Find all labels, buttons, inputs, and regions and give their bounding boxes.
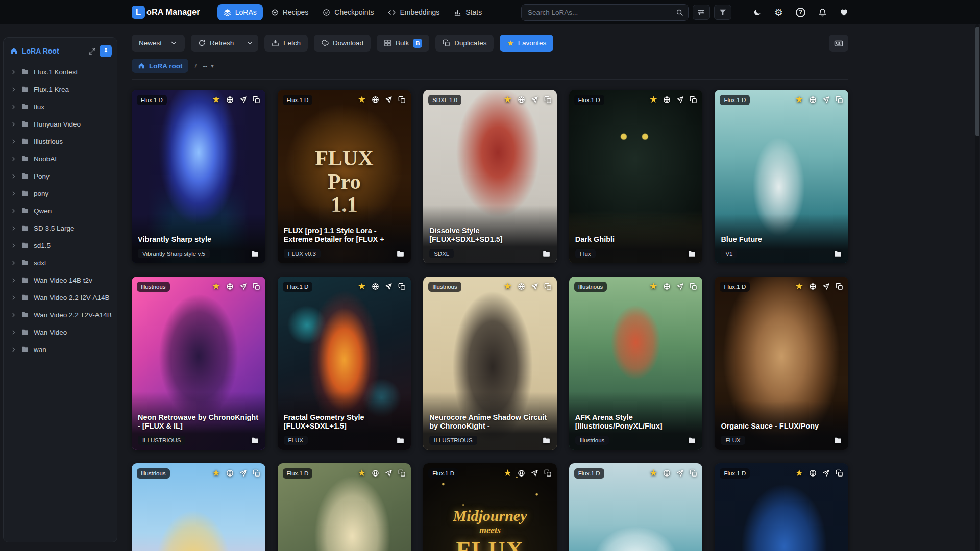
nav-item-checkpoints[interactable]: Checkpoints: [316, 4, 380, 20]
lora-card[interactable]: Flux.1 D ★: [569, 463, 703, 551]
pin-sidebar-button[interactable]: [100, 45, 112, 57]
send-icon[interactable]: [531, 283, 538, 290]
lora-card[interactable]: Illustrious ★: [132, 463, 265, 551]
open-folder-icon[interactable]: [834, 436, 842, 445]
folder-item[interactable]: Qwen: [4, 202, 117, 219]
send-icon[interactable]: [385, 96, 393, 104]
send-icon[interactable]: [676, 469, 684, 477]
send-icon[interactable]: [385, 283, 393, 290]
copy-icon[interactable]: [690, 283, 697, 290]
expand-icon[interactable]: [88, 47, 96, 55]
help-button[interactable]: ?: [796, 8, 805, 17]
lora-card[interactable]: MidjourneymeetsFLUX Flux.1 D ★: [423, 463, 557, 551]
favorite-star-icon[interactable]: ★: [649, 95, 657, 104]
fetch-button[interactable]: Fetch: [264, 35, 308, 52]
duplicates-button[interactable]: Duplicates: [435, 35, 494, 52]
folder-item[interactable]: Flux.1 Krea: [4, 81, 117, 98]
folder-item[interactable]: sd1.5: [4, 237, 117, 254]
sort-select[interactable]: Newest: [132, 35, 185, 52]
lora-card[interactable]: Flux.1 D ★ Organic Sauce - FLUX/Pony FLU…: [715, 277, 848, 450]
send-icon[interactable]: [239, 96, 247, 104]
home-icon[interactable]: [10, 47, 18, 55]
folder-item[interactable]: Illustrious: [4, 133, 117, 150]
open-folder-icon[interactable]: [251, 249, 259, 258]
lora-card[interactable]: Flux.1 D ★: [715, 463, 848, 551]
send-icon[interactable]: [676, 283, 684, 290]
lora-card[interactable]: Flux.1 D ★ Fractal Geometry Style [FLUX+…: [278, 277, 411, 450]
breadcrumb-folder-select[interactable]: -- ▾: [203, 62, 214, 70]
send-icon[interactable]: [822, 96, 830, 104]
search-icon[interactable]: [676, 9, 683, 16]
send-icon[interactable]: [531, 96, 538, 104]
folder-item[interactable]: Hunyuan Video: [4, 115, 117, 133]
copy-icon[interactable]: [690, 469, 697, 477]
folder-item[interactable]: Wan Video 14B t2v: [4, 271, 117, 289]
folder-item[interactable]: Wan Video 2.2 I2V-A14B: [4, 289, 117, 306]
open-folder-icon[interactable]: [396, 249, 405, 258]
lora-card[interactable]: Illustrious ★ AFK Arena Style [Illustrio…: [569, 277, 703, 450]
globe-icon[interactable]: [226, 469, 234, 477]
app-logo[interactable]: L oRA Manager: [132, 6, 200, 19]
download-button[interactable]: Download: [314, 35, 371, 52]
favorite-star-icon[interactable]: ★: [504, 95, 512, 104]
favorite-star-icon[interactable]: ★: [358, 95, 366, 104]
copy-icon[interactable]: [398, 283, 406, 290]
globe-icon[interactable]: [809, 96, 817, 104]
lora-card[interactable]: FLUXPro1.1 Flux.1 D ★ FLUX [pro] 1.1 Sty…: [278, 90, 411, 263]
globe-icon[interactable]: [372, 96, 379, 104]
globe-icon[interactable]: [518, 283, 525, 290]
globe-icon[interactable]: [809, 283, 817, 290]
scrollbar-thumb[interactable]: [975, 27, 979, 136]
lora-card[interactable]: Flux.1 D ★ Blue Future V1: [715, 90, 848, 263]
lora-card[interactable]: Illustrious ★ Neurocore Anime Shadow Cir…: [423, 277, 557, 450]
open-folder-icon[interactable]: [542, 436, 551, 445]
open-folder-icon[interactable]: [834, 249, 842, 258]
favorite-star-icon[interactable]: ★: [795, 282, 803, 291]
copy-icon[interactable]: [253, 283, 260, 290]
favorite-star-icon[interactable]: ★: [212, 95, 220, 104]
globe-icon[interactable]: [663, 469, 671, 477]
globe-icon[interactable]: [372, 469, 379, 477]
folder-item[interactable]: sdxl: [4, 254, 117, 271]
refresh-options-button[interactable]: [241, 35, 258, 52]
search-options-button[interactable]: [693, 5, 710, 20]
folder-item[interactable]: pony: [4, 185, 117, 202]
open-folder-icon[interactable]: [542, 249, 551, 258]
favorites-button[interactable]: ★ Favorites: [500, 35, 553, 52]
folder-item[interactable]: wan: [4, 341, 117, 358]
nav-item-stats[interactable]: Stats: [448, 4, 488, 20]
filter-button[interactable]: [714, 5, 731, 20]
open-folder-icon[interactable]: [688, 436, 696, 445]
copy-icon[interactable]: [544, 96, 552, 104]
lora-card[interactable]: Flux.1 D ★ Vibrantly Sharp style Vibrant…: [132, 90, 265, 263]
globe-icon[interactable]: [518, 96, 525, 104]
favorite-star-icon[interactable]: ★: [212, 468, 220, 478]
send-icon[interactable]: [676, 96, 684, 104]
support-button[interactable]: [840, 8, 848, 17]
favorite-star-icon[interactable]: ★: [504, 282, 512, 291]
search-input[interactable]: [521, 4, 689, 21]
send-icon[interactable]: [822, 283, 830, 290]
send-icon[interactable]: [239, 469, 247, 477]
folder-item[interactable]: NoobAI: [4, 150, 117, 167]
favorite-star-icon[interactable]: ★: [504, 468, 512, 478]
copy-icon[interactable]: [836, 283, 843, 290]
copy-icon[interactable]: [690, 96, 697, 104]
theme-toggle-button[interactable]: [753, 8, 762, 17]
refresh-button[interactable]: Refresh: [191, 35, 241, 52]
send-icon[interactable]: [822, 469, 830, 477]
breadcrumb-root[interactable]: LoRA root: [132, 59, 188, 73]
copy-icon[interactable]: [398, 469, 406, 477]
nav-item-embeddings[interactable]: Embeddings: [382, 4, 446, 20]
copy-icon[interactable]: [544, 469, 552, 477]
open-folder-icon[interactable]: [396, 436, 405, 445]
send-icon[interactable]: [385, 469, 393, 477]
lora-card[interactable]: Illustrious ★ Neon Retrowave by ChronoKn…: [132, 277, 265, 450]
copy-icon[interactable]: [836, 96, 843, 104]
folder-item[interactable]: Pony: [4, 167, 117, 185]
lora-card[interactable]: Flux.1 D ★ Dark Ghibli Flux: [569, 90, 703, 263]
favorite-star-icon[interactable]: ★: [649, 282, 657, 291]
open-folder-icon[interactable]: [251, 436, 259, 445]
lora-card[interactable]: SDXL 1.0 ★ Dissolve Style [FLUX+SDXL+SD1…: [423, 90, 557, 263]
favorite-star-icon[interactable]: ★: [358, 468, 366, 478]
